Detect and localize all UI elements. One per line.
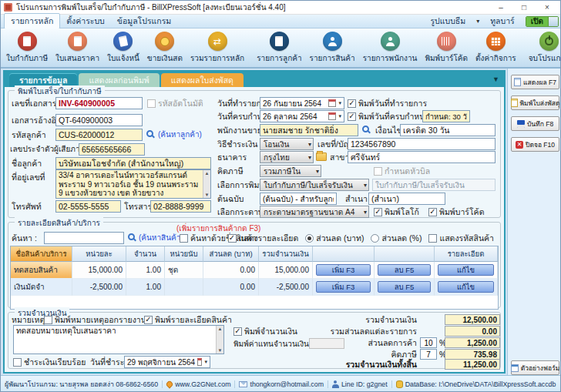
print-barcode-checkbox[interactable]: พิมพ์บาร์โค้ด [428, 206, 484, 218]
email-link[interactable]: thongkorn@hotmail.com [250, 380, 323, 388]
vat-mode-select[interactable]: รวมภาษีใน [260, 165, 321, 177]
tab-parcel-preview[interactable]: แสดงผลใบส่งพัสดุ [161, 73, 244, 87]
doc-no-input[interactable] [55, 97, 143, 109]
chevron-down-icon[interactable]: ▾ [338, 100, 341, 106]
scroll-up-icon[interactable]: ▲ [218, 327, 223, 331]
show-result-button[interactable]: แสดงผล F7 [511, 75, 559, 89]
table-row[interactable]: เงินมัดจำ -2,500.00 1.00 0.00 -2,500.00 … [11, 279, 498, 296]
cell-name[interactable]: เงินมัดจำ [11, 279, 72, 296]
edit-item-button[interactable]: แก้ไข [438, 264, 494, 276]
original-input[interactable] [260, 193, 337, 205]
col-header-discount[interactable]: ส่วนลด (บาท) [203, 246, 259, 262]
auto-code-checkbox[interactable]: รหัสอัตโนมัติ [147, 97, 203, 109]
paper-select[interactable]: กระดาษมาตรฐานขนาด A4 [260, 206, 369, 218]
head-bill-checkbox[interactable]: กำหนดหัวบิล [374, 165, 430, 177]
col-header-detail[interactable]: รายละเอียด [435, 246, 498, 262]
print-due-date-checkbox[interactable]: พิมพ์วันที่ครบกำหนด [348, 110, 430, 122]
toolbar-all-records-button[interactable]: ⇄ รวมรายการหลัก [186, 28, 248, 67]
customer-name-input[interactable] [55, 157, 211, 169]
search-customer-icon[interactable] [146, 130, 153, 137]
show-code-checkbox[interactable]: แสดงรหัสสินค้า [428, 232, 494, 244]
toolbar-toggle-knob[interactable] [548, 17, 558, 26]
search-salesperson-icon[interactable] [362, 126, 369, 132]
print-note-checkbox[interactable]: พิมพ์หมายเหตุออกรายงาน [44, 313, 146, 326]
close-screen-button[interactable]: ✕ปิดจอ F10 [511, 137, 559, 152]
table-row[interactable]: ทดสอบสินค้า 15,000.00 1.00 ชุด 0.00 15,0… [11, 262, 498, 279]
toolbar-products-button[interactable]: รายการสินค้า [306, 28, 359, 67]
col-header-unit[interactable]: หน่วยนับ [165, 246, 203, 262]
add-item-button[interactable]: เพิ่ม F3 [316, 264, 371, 276]
add-item-button[interactable]: เพิ่ม F3 [316, 281, 371, 293]
search-customer-link[interactable]: (ค้นหาลูกค้า) [158, 129, 202, 141]
vat-pct-input[interactable] [420, 349, 437, 360]
salesperson-input[interactable] [260, 124, 358, 136]
payment-method-select[interactable]: โอนเงิน [260, 138, 314, 150]
address-scrollbar[interactable]: ▲▼ [203, 170, 210, 198]
menu-system-settings[interactable]: ตั้งค่าระบบ [60, 14, 110, 28]
email-segment[interactable]: thongkorn@hotmail.com [234, 380, 323, 388]
toolbar-exit-button[interactable]: จบโปรแกรม [525, 28, 561, 67]
chevron-down-icon[interactable]: ▾ [204, 359, 207, 365]
minimize-button[interactable]: – [489, 2, 512, 14]
delete-item-button[interactable]: ลบ F5 [378, 264, 431, 276]
note-textarea[interactable]: ทดสอบหมายเหตุใบเสนอราคา [13, 325, 224, 354]
form-preview-button[interactable]: ตัวอย่างฟอร์ม [511, 360, 559, 375]
col-header-total[interactable]: รวมจำนวนเงิน [259, 246, 313, 262]
search-item-link[interactable]: (ค้นหาสินค้า) [139, 232, 183, 244]
edit-item-button[interactable]: แก้ไข [438, 281, 494, 293]
cell-name[interactable]: ทดสอบสินค้า [11, 262, 72, 279]
bank-select[interactable]: กรุงไทย [260, 151, 314, 163]
tax-id-input[interactable] [79, 143, 145, 156]
col-header-name[interactable]: ชื่อสินค้า/บริการ [11, 246, 72, 262]
maximize-button[interactable]: □ [512, 2, 536, 14]
condition-input[interactable] [400, 124, 495, 136]
show-detail-checkbox[interactable]: แสดงรายละเอียด [228, 232, 299, 244]
phone-input[interactable] [55, 200, 121, 213]
toolbar-employees-button[interactable]: รายการพนักงาน [359, 28, 422, 67]
delete-item-button[interactable]: ลบ F5 [378, 281, 431, 293]
print-item-detail-checkbox[interactable]: พิมพ์รายละเอียดสินค้า [144, 313, 232, 326]
toolbar-billing-note-button[interactable]: ใบแจ้งหนี้ [103, 28, 143, 67]
website-segment[interactable]: www.G2GNet.com [162, 380, 230, 388]
fax-input[interactable] [150, 200, 211, 213]
col-header-unit-price[interactable]: หน่วยละ [72, 246, 126, 262]
toolbar-customers-button[interactable]: รายการลูกค้า [253, 28, 305, 67]
print-trans-date-checkbox[interactable]: พิมพ์วันที่ทำรายการ [348, 97, 427, 109]
discount-pct-radio[interactable]: ส่วนลด (%) [371, 232, 422, 244]
scroll-down-icon[interactable]: ▼ [218, 348, 223, 353]
website-link[interactable]: www.G2GNet.com [175, 380, 230, 388]
chevron-down-icon[interactable]: ▾ [476, 18, 479, 25]
toolbar-company-settings-button[interactable]: ตั้งค่ากิจการ [472, 28, 520, 67]
print-parcel-button[interactable]: พิมพ์ใบส่งพัสดุ [511, 95, 559, 110]
branch-input[interactable] [348, 151, 495, 163]
due-date-picker[interactable]: 26 ตุลาคม 2564▾ [260, 110, 344, 122]
copy-input[interactable] [368, 193, 445, 205]
paid-checkbox[interactable]: ชำระเงินเรียบร้อย [13, 356, 86, 368]
discount-baht-radio[interactable]: ส่วนลด (บาท) [305, 232, 364, 244]
theme-dropdown[interactable]: รูปแบบธีม [424, 14, 472, 28]
scroll-up-icon[interactable]: ▲ [205, 171, 210, 176]
toolbar-toggle[interactable]: เปิด [526, 16, 559, 27]
item-search-input[interactable] [44, 232, 124, 244]
menu-main[interactable]: รายการหลัก [4, 13, 60, 29]
print-type-select[interactable]: ใบกำกับภาษี/ใบเสร็จรับเงิน [260, 179, 369, 191]
account-no-input[interactable] [348, 138, 495, 150]
save-button[interactable]: บันทึก F8 [511, 116, 559, 131]
toolbar-quotation-button[interactable]: ใบเสนอราคา [52, 28, 103, 67]
note-scrollbar[interactable]: ▲▼ [216, 326, 223, 353]
toolbar-print-barcode-button[interactable]: พิมพ์บาร์โค้ด [421, 28, 472, 67]
toolbar-tax-invoice-button[interactable]: ใบกำกับภาษี [2, 28, 52, 67]
customer-code-input[interactable] [55, 129, 143, 141]
chevron-down-icon[interactable]: ▾ [338, 113, 341, 119]
folder-icon[interactable] [316, 152, 327, 161]
paid-date-picker[interactable]: 29 พฤศจิกายน 2564▾ [124, 356, 210, 368]
menu-program-info[interactable]: ข้อมูลโปรแกรม [111, 14, 177, 28]
trade-discount-pct-input[interactable] [420, 337, 437, 348]
scroll-down-icon[interactable]: ▼ [205, 193, 210, 197]
col-header-qty[interactable]: จำนวน [126, 246, 165, 262]
address-textarea[interactable]: 33/4 อาคารเดอะไนน์ทาวเวอร์สแกรนด์ พระราม… [55, 169, 211, 199]
print-logo-checkbox[interactable]: พิมพ์โลโก้ [374, 206, 419, 218]
ref-doc-input[interactable] [55, 114, 143, 126]
search-item-icon[interactable] [128, 233, 135, 240]
toolbar-cash-sale-button[interactable]: ขายเงินสด [143, 28, 186, 67]
